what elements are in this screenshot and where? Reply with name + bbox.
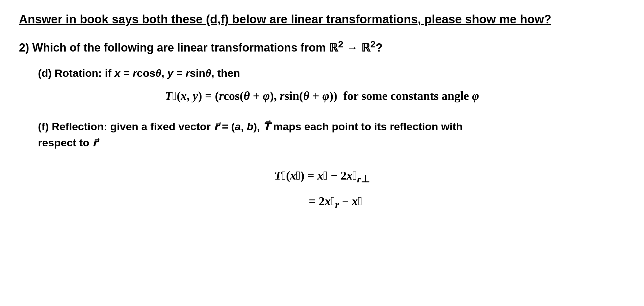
part-d-label: (d) Rotation: if x = rcosθ, y = rsinθ, t… [38, 67, 240, 79]
page-title: Answer in book says both these (d,f) bel… [19, 13, 625, 26]
part-f-formula-line1: T⃗(x⃗) = x⃗ − 2x⃗r⊥ [19, 163, 625, 189]
part-f-formula: T⃗(x⃗) = x⃗ − 2x⃗r⊥ = 2x⃗r − x⃗ [19, 163, 625, 215]
part-d-formula-text: T⃗(x, y) = (rcos(θ + φ), rsin(θ + φ)) fo… [165, 89, 479, 102]
page-container: Answer in book says both these (d,f) bel… [19, 13, 625, 215]
part-f-header: (f) Reflection: given a fixed vector r⃗ … [38, 119, 625, 151]
part-d-formula: T⃗(x, y) = (rcos(θ + φ), rsin(θ + φ)) fo… [19, 89, 625, 103]
question-header: 2) Which of the following are linear tra… [19, 39, 625, 54]
question-number: 2) Which of the following are linear tra… [19, 41, 382, 54]
part-d-header: (d) Rotation: if x = rcosθ, y = rsinθ, t… [38, 67, 625, 79]
part-f-label: (f) Reflection: given a fixed vector r⃗ … [38, 120, 463, 132]
part-f-formula-line2: = 2x⃗r − x⃗ [19, 189, 625, 215]
part-f-label-cont: respect to r⃗ [38, 137, 98, 149]
